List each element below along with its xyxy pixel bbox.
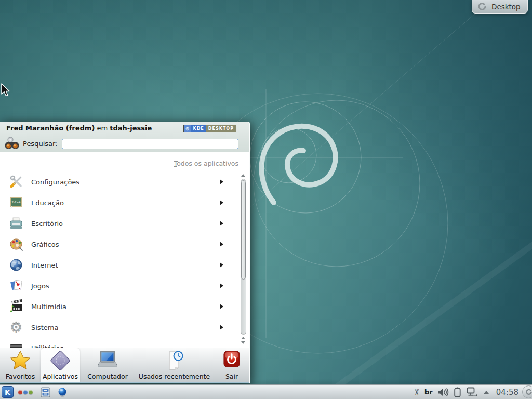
blue-sphere-gear-icon[interactable] [57, 387, 68, 397]
title-connector: em [95, 124, 110, 132]
submenu-arrow-icon [220, 242, 223, 247]
kde-diamond-icon [48, 349, 72, 372]
tab-computador[interactable]: Computador [80, 348, 135, 382]
power-button-icon [220, 349, 244, 372]
submenu-arrow-icon [220, 179, 223, 184]
star-icon [8, 349, 32, 372]
pager-dot-green-icon[interactable] [29, 390, 33, 394]
plasma-cashew-icon [525, 389, 532, 396]
kickoff-tab-bar: Favoritos Aplicativos [0, 348, 249, 382]
bottom-panel: K ✂ br [0, 384, 532, 399]
scroll-down-icon[interactable] [241, 341, 245, 344]
mouse-cursor [1, 83, 10, 97]
kde-badge-text: KDE [191, 125, 206, 132]
gear-icon: ⚙ [8, 320, 24, 335]
submenu-arrow-icon [220, 221, 223, 226]
volume-icon[interactable] [437, 388, 449, 397]
recent-document-clock-icon [163, 349, 187, 372]
scroll-up-icon[interactable] [241, 337, 245, 339]
menu-item-escritorio[interactable]: Escritório [0, 213, 238, 234]
pager-dot-red-icon[interactable] [18, 390, 22, 394]
list-scrollbar[interactable] [240, 173, 247, 345]
laptop-icon [96, 349, 119, 372]
menu-item-internet[interactable]: Internet [0, 255, 238, 275]
paint-palette-icon [8, 236, 24, 252]
scrollbar-thumb[interactable] [241, 180, 246, 280]
kde-gear-icon: ⚙ [184, 125, 191, 132]
file-cabinet-icon[interactable] [41, 387, 50, 397]
host-name: tdah-jessie [110, 124, 152, 132]
keyboard-layout-indicator[interactable]: br [424, 388, 433, 396]
svg-text:♪: ♪ [9, 303, 15, 314]
binoculars-search-icon [4, 136, 20, 152]
kde-menu-launcher-button[interactable]: K [2, 386, 14, 398]
menu-item-multimidia[interactable]: ♪ Multimídia [0, 296, 238, 317]
system-tray: ✂ br 04:58 [413, 385, 518, 399]
menu-item-jogos[interactable]: ♥ ♥ ♥ Jogos [0, 275, 238, 296]
chalkboard-icon: 2-2=4 [8, 195, 24, 210]
search-input[interactable] [62, 139, 238, 149]
plasma-cashew-icon [477, 2, 487, 11]
scroll-up-icon[interactable] [241, 174, 245, 177]
application-list: Todos os aplicativos Configurações 2 [0, 152, 249, 348]
klipper-scissors-icon[interactable]: ✂ [411, 388, 420, 395]
drawer-icon [8, 340, 24, 348]
tab-aplicativos[interactable]: Aplicativos [41, 348, 80, 382]
tab-usados-recentemente[interactable]: Usados recentemente [135, 348, 214, 382]
activity-pager[interactable] [18, 390, 33, 394]
menu-item-sistema[interactable]: ⚙ Sistema [0, 317, 238, 338]
svg-text:2-2=4: 2-2=4 [11, 201, 21, 204]
tab-sair[interactable]: Sair [214, 348, 250, 382]
playing-cards-icon: ♥ ♥ ♥ [8, 278, 24, 294]
tab-favoritos[interactable]: Favoritos [0, 348, 41, 382]
menu-item-educacao[interactable]: 2-2=4 Educação [0, 192, 238, 213]
tray-expander-arrow-icon[interactable] [484, 391, 489, 394]
battery-icon[interactable] [454, 387, 461, 397]
menu-item-configuracoes[interactable]: Configurações [0, 171, 238, 192]
clapperboard-note-icon: ♪ [8, 299, 24, 314]
submenu-arrow-icon [220, 262, 223, 268]
desktop-badge-text: DESKTOP [206, 125, 236, 132]
breadcrumb[interactable]: Todos os aplicativos [174, 159, 238, 167]
kickoff-launcher-popup: Fred Maranhão (fredm) em tdah-jessie ⚙ K… [0, 122, 250, 383]
search-row: Pesquisar: [0, 135, 249, 152]
pager-dot-blue-icon[interactable] [23, 390, 28, 394]
kde-desktop-badge: ⚙ KDE DESKTOP [183, 125, 237, 132]
desktop-toolbox-label: Desktop [491, 3, 521, 11]
user-name: Fred Maranhão (fredm) [6, 124, 95, 132]
desktop-toolbox[interactable]: Desktop [472, 0, 528, 14]
globe-icon [8, 257, 24, 273]
crossed-tools-icon [8, 174, 24, 190]
scrollbar-track[interactable] [241, 179, 246, 335]
submenu-arrow-icon [220, 325, 223, 330]
menu-item-graficos[interactable]: Gráficos [0, 234, 238, 255]
network-monitor-icon[interactable] [466, 387, 478, 397]
typewriter-icon [8, 216, 24, 231]
digital-clock[interactable]: 04:58 [496, 388, 518, 397]
menu-item-utilitarios[interactable]: Utilitários [0, 338, 238, 348]
submenu-arrow-icon [220, 304, 223, 309]
search-label: Pesquisar: [23, 140, 58, 148]
submenu-arrow-icon [220, 200, 223, 205]
kickoff-header: Fred Maranhão (fredm) em tdah-jessie ⚙ K… [0, 122, 249, 152]
user-host-title: Fred Maranhão (fredm) em tdah-jessie [6, 124, 152, 132]
submenu-arrow-icon [220, 283, 223, 288]
panel-toolbox-cashew[interactable] [522, 385, 532, 398]
